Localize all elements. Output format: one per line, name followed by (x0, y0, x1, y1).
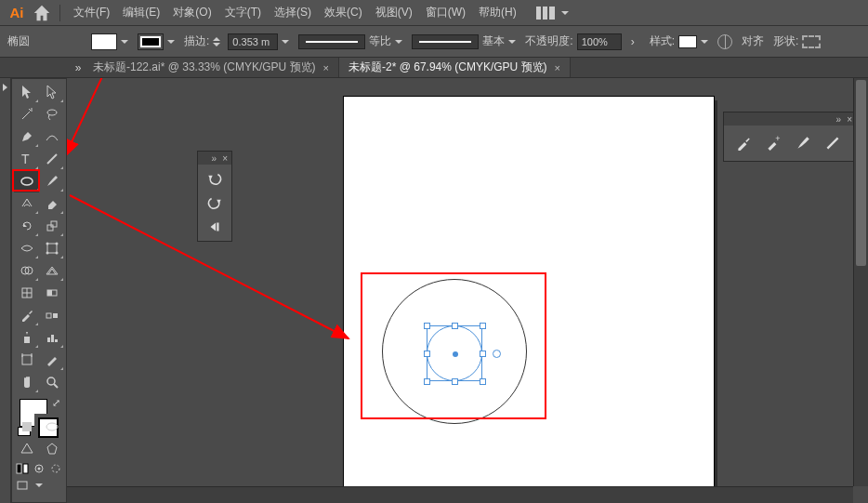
menu-effect[interactable]: 效果(C) (319, 1, 368, 24)
dock-anchor-icon[interactable] (3, 84, 7, 91)
menu-view[interactable]: 视图(V) (370, 1, 418, 24)
canvas[interactable]: » × » × + (67, 78, 868, 503)
perspective-grid-tool[interactable] (39, 259, 64, 282)
lasso-tool[interactable] (39, 103, 64, 126)
menu-edit[interactable]: 编辑(E) (117, 1, 165, 24)
shaper-tool[interactable] (14, 192, 39, 215)
draw-mode-inside[interactable] (47, 460, 64, 477)
stroke-weight-input[interactable] (228, 33, 278, 50)
mesh-tool[interactable] (14, 282, 39, 304)
profile-dropdown[interactable] (395, 40, 402, 44)
menu-select[interactable]: 选择(S) (269, 1, 317, 24)
panel-collapse-icon[interactable]: » (836, 114, 842, 125)
tabs-anchor-icon[interactable]: » (72, 58, 84, 77)
fill-swatch-group[interactable] (91, 33, 128, 50)
document-tab-2[interactable]: 未标题-2* @ 67.94% (CMYK/GPU 预览) × (339, 58, 571, 77)
shape-builder-tool[interactable] (14, 259, 39, 282)
draw-normal-icon[interactable] (39, 438, 64, 460)
gradient-tool[interactable] (39, 282, 64, 304)
curvature-tool[interactable] (39, 126, 64, 148)
selection-handle[interactable] (452, 323, 458, 329)
home-icon[interactable] (32, 3, 52, 23)
eyedropper-icon[interactable] (735, 135, 752, 152)
step-back-icon[interactable] (206, 218, 223, 235)
panel-header[interactable]: » × (724, 113, 856, 126)
stroke-dropdown-icon[interactable] (167, 40, 175, 44)
selection-handle[interactable] (424, 351, 430, 357)
magic-wand-tool[interactable] (14, 103, 39, 126)
type-tool[interactable]: T (14, 148, 39, 170)
direct-selection-tool[interactable] (39, 81, 64, 103)
selection-handle[interactable] (480, 323, 486, 329)
none-mode-icon[interactable] (14, 438, 39, 460)
close-icon[interactable]: × (555, 62, 560, 73)
color-mode-icon[interactable] (14, 416, 39, 438)
panel-collapse-icon[interactable]: » (212, 153, 217, 164)
brush-icon[interactable] (795, 135, 811, 152)
stroke-swatch-group[interactable] (138, 33, 175, 50)
close-icon[interactable]: × (847, 114, 852, 125)
selection-handle[interactable] (424, 323, 430, 329)
symbol-sprayer-tool[interactable] (14, 326, 39, 349)
zoom-tool[interactable] (39, 371, 64, 393)
scrollbar-thumb[interactable] (856, 80, 866, 266)
rotate-tool[interactable] (14, 215, 39, 237)
hand-tool[interactable] (14, 371, 39, 393)
pen-tool[interactable] (14, 126, 39, 148)
floating-panel-tools[interactable]: » × + (723, 112, 857, 162)
menu-object[interactable]: 对象(O) (167, 1, 217, 24)
menu-help[interactable]: 帮助(H) (473, 1, 522, 24)
undo-icon[interactable] (206, 170, 223, 187)
add-eyedropper-icon[interactable]: + (765, 135, 782, 152)
gradient-mode-icon[interactable] (39, 416, 64, 438)
screen-mode-dropdown[interactable] (31, 477, 47, 494)
brush-dropdown[interactable] (508, 40, 516, 44)
screen-mode-icon[interactable] (14, 477, 31, 494)
line-segment-tool[interactable] (39, 148, 64, 170)
column-graph-tool[interactable] (39, 326, 64, 349)
layout-dropdown-caret[interactable] (561, 11, 569, 15)
selection-handle[interactable] (480, 378, 486, 385)
stroke-swatch[interactable] (138, 33, 164, 50)
draw-mode-behind[interactable] (31, 460, 47, 477)
fill-swatch[interactable] (91, 33, 117, 50)
scale-tool[interactable] (39, 215, 64, 237)
graphic-style-swatch[interactable] (678, 35, 697, 48)
layout-picker-icon[interactable] (535, 7, 556, 20)
selection-handle[interactable] (480, 351, 486, 357)
fill-dropdown-icon[interactable] (121, 40, 128, 44)
free-transform-tool[interactable] (39, 237, 64, 259)
eraser-tool[interactable] (39, 192, 64, 215)
paintbrush-tool[interactable] (39, 170, 64, 192)
redo-icon[interactable] (206, 194, 223, 211)
swap-fill-stroke-icon[interactable]: ⤢ (52, 397, 60, 409)
brush-preview[interactable] (412, 34, 479, 49)
width-profile-preview[interactable] (298, 34, 365, 49)
pie-widget-handle[interactable] (493, 350, 501, 358)
close-icon[interactable]: × (222, 153, 228, 164)
shape-crop-icon[interactable] (802, 35, 821, 48)
opacity-chevron-icon[interactable]: › (625, 34, 640, 49)
selection-handle[interactable] (452, 378, 458, 385)
blend-tool[interactable] (39, 304, 64, 326)
line-icon[interactable] (824, 135, 841, 152)
selection-tool[interactable] (14, 81, 39, 103)
selection-handle[interactable] (424, 378, 430, 385)
slice-tool[interactable] (39, 349, 64, 371)
eyedropper-tool[interactable] (14, 304, 39, 326)
floating-panel-actions[interactable]: » × (197, 151, 232, 242)
style-dropdown[interactable] (701, 40, 708, 44)
menu-type[interactable]: 文字(T) (219, 1, 267, 24)
ellipse-tool[interactable] (14, 170, 39, 192)
menu-window[interactable]: 窗口(W) (420, 1, 471, 24)
recolor-icon[interactable] (717, 34, 732, 49)
menu-file[interactable]: 文件(F) (68, 1, 115, 24)
horizontal-scrollbar[interactable] (67, 486, 853, 503)
align-label[interactable]: 对齐 (742, 33, 764, 49)
opacity-input[interactable] (577, 33, 622, 50)
stroke-weight-dropdown[interactable] (282, 40, 289, 44)
draw-mode-normal[interactable] (14, 460, 31, 477)
close-icon[interactable]: × (323, 62, 329, 73)
panel-header[interactable]: » × (198, 152, 231, 165)
stroke-reset-icon[interactable] (213, 33, 224, 50)
